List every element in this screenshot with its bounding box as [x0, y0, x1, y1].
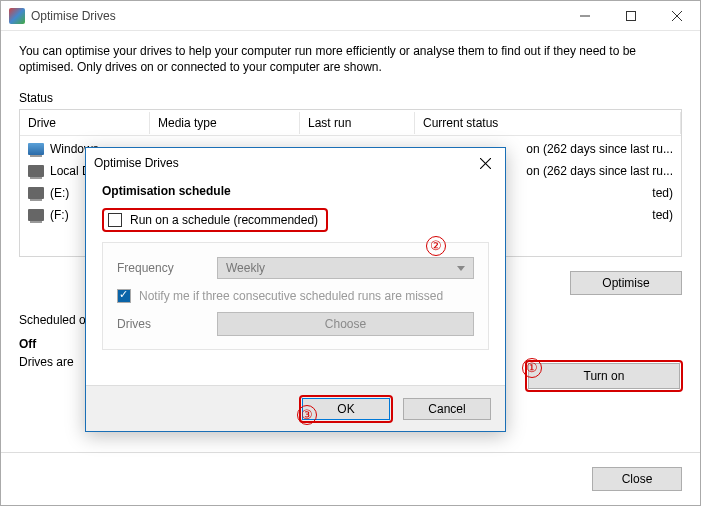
dialog-section-title: Optimisation schedule	[102, 184, 489, 198]
status-label: Status	[19, 91, 682, 105]
description-text: You can optimise your drives to help you…	[19, 43, 682, 75]
svg-rect-1	[627, 11, 636, 20]
col-drive[interactable]: Drive	[20, 112, 150, 134]
dialog-close-button[interactable]	[473, 151, 497, 175]
dialog-titlebar: Optimise Drives	[86, 148, 505, 178]
col-last[interactable]: Last run	[300, 112, 415, 134]
drive-icon	[28, 165, 44, 177]
close-button[interactable]: Close	[592, 467, 682, 491]
notify-checkbox[interactable]	[117, 289, 131, 303]
drives-label: Drives	[117, 317, 217, 331]
ok-highlight: OK	[299, 395, 393, 423]
drive-status: ted)	[652, 186, 673, 200]
run-schedule-checkbox[interactable]	[108, 213, 122, 227]
ok-button[interactable]: OK	[302, 398, 390, 420]
close-window-button[interactable]	[654, 1, 700, 31]
drive-icon	[28, 143, 44, 155]
frequency-label: Frequency	[117, 261, 217, 275]
drives-row: Drives Choose	[117, 309, 474, 339]
maximize-button[interactable]	[608, 1, 654, 31]
table-header: Drive Media type Last run Current status	[20, 110, 681, 136]
turn-on-highlight: Turn on	[525, 360, 683, 392]
drive-icon	[28, 187, 44, 199]
footer-separator	[1, 452, 700, 453]
schedule-dialog: Optimise Drives Optimisation schedule Ru…	[85, 147, 506, 432]
frequency-row: Frequency Weekly	[117, 253, 474, 283]
cancel-button[interactable]: Cancel	[403, 398, 491, 420]
dialog-body: Optimisation schedule Run on a schedule …	[86, 178, 505, 350]
app-icon	[9, 8, 25, 24]
run-schedule-label: Run on a schedule (recommended)	[130, 213, 318, 227]
drive-status: on (262 days since last ru...	[526, 164, 673, 178]
notify-row: Notify me if three consecutive scheduled…	[117, 289, 474, 303]
optimise-button[interactable]: Optimise	[570, 271, 682, 295]
minimize-button[interactable]	[562, 1, 608, 31]
drive-icon	[28, 209, 44, 221]
col-media[interactable]: Media type	[150, 112, 300, 134]
choose-button[interactable]: Choose	[217, 312, 474, 336]
col-status[interactable]: Current status	[415, 112, 681, 134]
drive-status: ted)	[652, 208, 673, 222]
frequency-select[interactable]: Weekly	[217, 257, 474, 279]
turn-on-button[interactable]: Turn on	[528, 363, 680, 389]
run-schedule-highlight: Run on a schedule (recommended)	[102, 208, 328, 232]
chevron-down-icon	[457, 266, 465, 271]
titlebar: Optimise Drives	[1, 1, 700, 31]
dialog-buttons: OK Cancel	[86, 385, 505, 431]
frequency-value: Weekly	[226, 261, 265, 275]
window-title: Optimise Drives	[31, 9, 562, 23]
drive-status: on (262 days since last ru...	[526, 142, 673, 156]
close-row: Close	[592, 467, 682, 491]
notify-label: Notify me if three consecutive scheduled…	[139, 289, 443, 303]
dialog-title: Optimise Drives	[94, 156, 473, 170]
schedule-form: Frequency Weekly Notify me if three cons…	[102, 242, 489, 350]
